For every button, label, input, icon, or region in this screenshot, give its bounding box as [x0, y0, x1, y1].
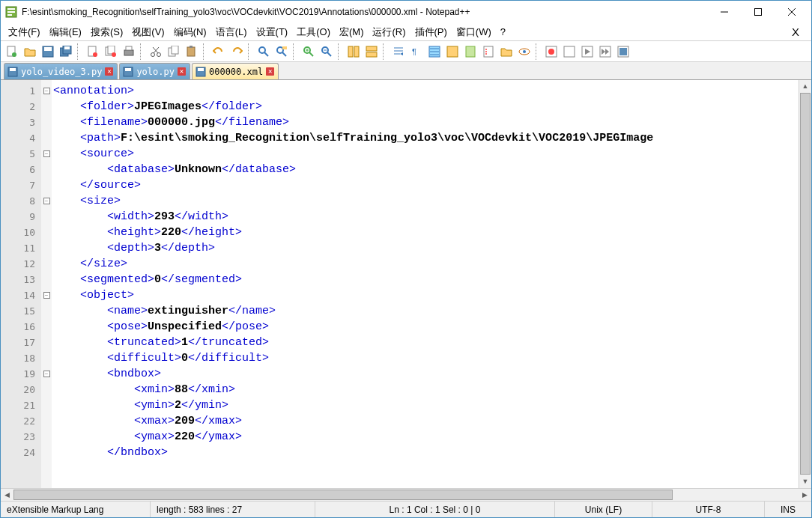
- fold-toggle-icon[interactable]: −: [43, 371, 50, 377]
- status-language: eXtensible Markup Lang: [1, 502, 151, 517]
- redo-icon[interactable]: [231, 46, 243, 58]
- new-file-icon[interactable]: [6, 46, 18, 58]
- svg-rect-21: [126, 46, 132, 50]
- minimize-button[interactable]: [707, 1, 741, 22]
- line-number: 9: [1, 209, 35, 225]
- toolbar-separator: [536, 43, 540, 60]
- indent-guide-icon[interactable]: [428, 46, 440, 58]
- status-eol[interactable]: Unix (LF): [555, 502, 652, 517]
- menubar-close-icon[interactable]: X: [783, 25, 808, 38]
- toolbar-separator: [293, 43, 297, 60]
- monitor-icon[interactable]: [518, 46, 530, 58]
- save-all-icon[interactable]: [60, 46, 72, 58]
- stop-icon[interactable]: [563, 46, 575, 58]
- svg-rect-34: [282, 46, 287, 49]
- menu-window[interactable]: 窗口(W): [452, 24, 496, 40]
- fold-toggle-icon[interactable]: −: [43, 88, 50, 94]
- svg-line-31: [264, 52, 268, 56]
- scroll-right-icon[interactable]: ▶: [799, 489, 811, 501]
- wrap-icon[interactable]: [393, 46, 405, 58]
- sync-h-icon[interactable]: [366, 46, 378, 58]
- folder-workspace-icon[interactable]: [500, 46, 512, 58]
- scrollbar-thumb[interactable]: [800, 93, 811, 475]
- app-window: F:\esint\smoking_Recognition\selfTrainin…: [0, 0, 812, 518]
- fold-column: − − − − −: [41, 80, 52, 488]
- saved-file-icon: [7, 67, 18, 77]
- status-encoding[interactable]: UTF-8: [652, 502, 765, 517]
- close-file-icon[interactable]: [87, 46, 99, 58]
- tab-file-2[interactable]: yolo.py ✕: [119, 63, 190, 79]
- menu-file[interactable]: 文件(F): [4, 24, 45, 40]
- maximize-button[interactable]: [741, 1, 775, 22]
- save-macro-icon[interactable]: [617, 46, 629, 58]
- vertical-scrollbar[interactable]: ▲ ▼: [799, 80, 811, 488]
- tab-file-3-active[interactable]: 000000.xml ✕: [192, 63, 279, 79]
- horizontal-scrollbar[interactable]: ◀ ▶: [1, 488, 811, 501]
- fold-toggle-icon[interactable]: −: [43, 198, 50, 204]
- svg-line-38: [309, 52, 313, 56]
- menu-edit[interactable]: 编辑(E): [45, 24, 86, 40]
- svg-point-16: [93, 52, 97, 57]
- line-number-gutter[interactable]: 1 2 3 4 5 6 7 8 9 10 11 12 13 14 15 16 1…: [1, 80, 41, 488]
- code-text-area[interactable]: <annotation> <folder>JPEGImages</folder>…: [52, 80, 799, 488]
- play-icon[interactable]: [581, 46, 593, 58]
- play-multi-icon[interactable]: [599, 46, 611, 58]
- undo-icon[interactable]: [213, 46, 225, 58]
- tab-label: 000000.xml: [209, 67, 263, 77]
- sync-v-icon[interactable]: [348, 46, 360, 58]
- line-number: 5: [1, 146, 35, 162]
- scroll-up-icon[interactable]: ▲: [799, 80, 811, 93]
- scrollbar-thumb[interactable]: [13, 490, 673, 500]
- svg-rect-11: [44, 47, 52, 51]
- menu-search[interactable]: 搜索(S): [86, 24, 127, 40]
- copy-icon[interactable]: [168, 46, 180, 58]
- tab-file-1[interactable]: yolo_video_3.py ✕: [4, 63, 118, 79]
- fold-toggle-icon[interactable]: −: [43, 292, 50, 299]
- record-icon[interactable]: [545, 46, 557, 58]
- udl-icon[interactable]: [446, 46, 458, 58]
- tab-close-icon[interactable]: ✕: [266, 67, 274, 76]
- zoom-in-icon[interactable]: [303, 46, 315, 58]
- find-icon[interactable]: [258, 46, 270, 58]
- cut-icon[interactable]: [150, 46, 162, 58]
- func-list-icon[interactable]: [482, 46, 494, 58]
- paste-icon[interactable]: [186, 46, 198, 58]
- menu-language[interactable]: 语言(L): [211, 24, 252, 40]
- open-file-icon[interactable]: [24, 46, 36, 58]
- menu-view[interactable]: 视图(V): [127, 24, 169, 40]
- save-icon[interactable]: [42, 46, 54, 58]
- scroll-left-icon[interactable]: ◀: [1, 489, 13, 501]
- show-all-icon[interactable]: ¶: [410, 46, 422, 58]
- menu-plugins[interactable]: 插件(P): [410, 24, 452, 40]
- svg-rect-55: [466, 46, 475, 57]
- close-all-icon[interactable]: [105, 46, 117, 58]
- line-number: 20: [1, 382, 35, 397]
- line-number: 23: [1, 429, 35, 445]
- tab-close-icon[interactable]: ✕: [178, 67, 186, 76]
- status-insert-mode[interactable]: INS: [765, 502, 811, 517]
- replace-icon[interactable]: [276, 46, 288, 58]
- fold-toggle-icon[interactable]: −: [43, 150, 50, 157]
- zoom-out-icon[interactable]: [321, 46, 333, 58]
- tab-close-icon[interactable]: ✕: [105, 67, 113, 76]
- line-number: 10: [1, 225, 35, 240]
- line-number: 4: [1, 130, 35, 146]
- menu-macro[interactable]: 宏(M): [335, 24, 369, 40]
- menu-run[interactable]: 运行(R): [368, 24, 410, 40]
- menu-settings[interactable]: 设置(T): [252, 24, 293, 40]
- svg-line-24: [154, 47, 159, 53]
- svg-rect-3: [7, 14, 12, 16]
- doc-map-icon[interactable]: [464, 46, 476, 58]
- line-number: 15: [1, 303, 35, 319]
- titlebar[interactable]: F:\esint\smoking_Recognition\selfTrainin…: [1, 1, 811, 23]
- menu-help[interactable]: ?: [496, 25, 510, 39]
- menu-encoding[interactable]: 编码(N): [169, 24, 211, 40]
- close-button[interactable]: [775, 1, 808, 22]
- status-length: length : 583 lines : 27: [151, 502, 315, 517]
- print-icon[interactable]: [123, 46, 135, 58]
- svg-point-22: [151, 52, 155, 56]
- scroll-down-icon[interactable]: ▼: [799, 475, 811, 488]
- saved-file-icon: [196, 67, 206, 77]
- svg-rect-1: [7, 8, 15, 10]
- menu-tools[interactable]: 工具(O): [292, 24, 335, 40]
